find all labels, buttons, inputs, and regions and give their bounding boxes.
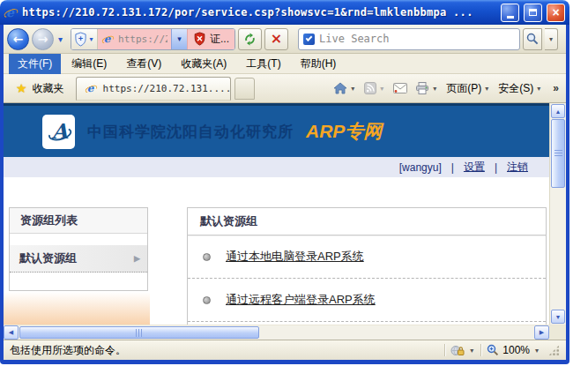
page-viewport: A 中国科学院沈阳自动化研究所 ARP专网 [wangyu] | 设置 | 注销…	[4, 103, 566, 325]
web-page: A 中国科学院沈阳自动化研究所 ARP专网 [wangyu] | 设置 | 注销…	[4, 103, 549, 325]
command-bar: ▾ ▾	[333, 81, 562, 96]
maximize-icon	[529, 9, 537, 16]
window-bottom-border	[0, 360, 569, 364]
search-dropdown-icon: ▾	[547, 35, 555, 43]
home-icon	[333, 82, 347, 94]
horizontal-scroll-track[interactable]	[19, 325, 534, 340]
search-dropdown-button[interactable]: ▾	[545, 28, 558, 50]
home-button[interactable]: ▾	[333, 82, 356, 94]
new-tab-button[interactable]	[234, 78, 255, 100]
menu-favorites[interactable]: 收藏夹(A)	[172, 54, 235, 74]
resource-group-item-label: 默认资源组	[19, 250, 77, 266]
bullet-icon	[203, 296, 211, 304]
zoom-control[interactable]: 100% ▾	[487, 344, 540, 356]
page-favicon-icon: e	[102, 34, 114, 45]
address-input[interactable]	[118, 34, 167, 45]
favorites-button[interactable]: ★ 收藏夹	[8, 78, 72, 100]
refresh-icon	[243, 33, 257, 46]
print-button[interactable]: ▾	[415, 82, 438, 94]
history-dropdown-icon[interactable]: ▾	[56, 34, 64, 44]
horizontal-scroll-thumb[interactable]	[19, 326, 259, 339]
feeds-button[interactable]: ▾	[364, 82, 385, 94]
zoom-magnifier-icon	[487, 344, 499, 356]
stop-button[interactable]: ×	[264, 28, 288, 50]
resource-group-item[interactable]: 默认资源组 ▶	[10, 245, 147, 273]
browser-tab[interactable]: e https://210.72.131....	[76, 77, 231, 101]
menu-help[interactable]: 帮助(H)	[292, 54, 346, 74]
scroll-down-button[interactable]: ▼	[551, 310, 565, 324]
forward-button[interactable]: →	[32, 28, 54, 50]
protected-mode-button[interactable]: ▾	[450, 345, 475, 356]
scroll-up-button[interactable]: ▲	[551, 104, 565, 118]
page-menu-button[interactable]: 页面(P) ▾	[446, 81, 490, 96]
star-icon: ★	[16, 81, 27, 95]
tab-title: https://210.72.131....	[103, 83, 231, 94]
user-bar: [wangyu] | 设置 | 注销	[4, 157, 549, 177]
shield-dropdown-icon: ▾	[88, 35, 95, 43]
window-title: https://210.72.131.172/por/service.csp?s…	[22, 6, 496, 19]
protected-mode-icon	[450, 345, 465, 356]
search-box	[298, 28, 520, 50]
page-menu-label: 页面(P)	[446, 81, 481, 96]
browser-window: e https://210.72.131.172/por/service.csp…	[0, 0, 569, 364]
menu-file[interactable]: 文件(F)	[9, 54, 61, 74]
navigation-bar: ← → ▾ + ▾ e ▾	[4, 25, 566, 54]
vertical-scrollbar[interactable]: ▲ ▼	[549, 103, 566, 325]
home-dropdown-icon: ▾	[349, 85, 356, 93]
address-dropdown-button[interactable]: ▾	[171, 29, 187, 49]
username-label: [wangyu]	[399, 161, 442, 174]
menu-edit[interactable]: 编辑(E)	[63, 54, 115, 74]
title-bar[interactable]: e https://210.72.131.172/por/service.csp…	[0, 0, 569, 25]
remote-login-link[interactable]: 通过远程客户端登录ARP系统	[226, 292, 376, 308]
toolbar-overflow-button[interactable]: »	[550, 82, 562, 94]
address-field[interactable]: e	[98, 29, 171, 49]
favorites-label: 收藏夹	[33, 81, 64, 96]
scrollbar-corner	[549, 325, 566, 340]
status-text: 包括使用所选项的命令。	[10, 343, 439, 358]
scroll-left-button[interactable]: ◀	[4, 325, 19, 340]
close-button[interactable]: ×	[547, 4, 565, 22]
default-resource-panel: 默认资源组 通过本地电脑登录ARP系统 通过远程客户端登录ARP系统	[187, 207, 547, 325]
smartscreen-shield-button[interactable]: + ▾	[71, 29, 98, 49]
mail-icon	[393, 83, 407, 93]
separator: |	[451, 161, 454, 174]
search-input[interactable]	[319, 33, 515, 45]
back-button[interactable]: ←	[7, 28, 29, 50]
print-dropdown-icon: ▾	[431, 85, 438, 93]
default-resource-panel-title: 默认资源组	[188, 208, 546, 235]
safety-menu-button[interactable]: 安全(S) ▾	[498, 81, 542, 96]
certificate-error-shield-icon	[193, 32, 206, 46]
logout-link[interactable]: 注销	[507, 160, 528, 175]
protected-mode-dropdown-icon: ▾	[468, 347, 475, 355]
shield-plus-icon: +	[74, 32, 87, 47]
settings-link[interactable]: 设置	[464, 160, 485, 175]
maximize-button[interactable]	[524, 4, 542, 22]
list-item: 通过本地电脑登录ARP系统	[188, 235, 546, 279]
site-header: A 中国科学院沈阳自动化研究所 ARP专网	[4, 103, 549, 157]
safety-dropdown-icon: ▾	[535, 85, 542, 93]
menu-view[interactable]: 查看(V)	[117, 54, 170, 74]
resource-group-panel-title: 资源组列表	[10, 208, 147, 234]
horizontal-scrollbar[interactable]: ◀ ▶	[4, 325, 566, 340]
favorites-bar: ★ 收藏夹 e https://210.72.131.... ▾	[4, 74, 566, 103]
resize-grip[interactable]	[548, 345, 560, 356]
arp-logo-icon: A	[46, 117, 72, 146]
stop-icon: ×	[271, 32, 282, 46]
certificate-error-button[interactable]: 证...	[187, 29, 234, 49]
zoom-dropdown-icon: ▾	[533, 347, 540, 355]
scroll-right-button[interactable]: ▶	[534, 325, 549, 340]
read-mail-button[interactable]	[393, 83, 407, 93]
refresh-button[interactable]	[238, 28, 262, 50]
local-login-link[interactable]: 通过本地电脑登录ARP系统	[226, 249, 364, 265]
address-bar-group: + ▾ e ▾ 证...	[71, 28, 235, 50]
ie-logo-icon: e	[4, 6, 18, 19]
certificate-error-label: 证...	[210, 32, 229, 47]
status-divider	[480, 344, 481, 356]
search-go-button[interactable]	[523, 28, 542, 50]
list-item: 通过远程客户端登录ARP系统	[188, 279, 546, 322]
vertical-scroll-thumb[interactable]	[551, 119, 565, 188]
minimize-button[interactable]	[501, 4, 519, 22]
menu-tools[interactable]: 工具(T)	[237, 54, 289, 74]
status-bar: 包括使用所选项的命令。 ▾ 100%	[4, 340, 566, 360]
safety-menu-label: 安全(S)	[498, 81, 533, 96]
